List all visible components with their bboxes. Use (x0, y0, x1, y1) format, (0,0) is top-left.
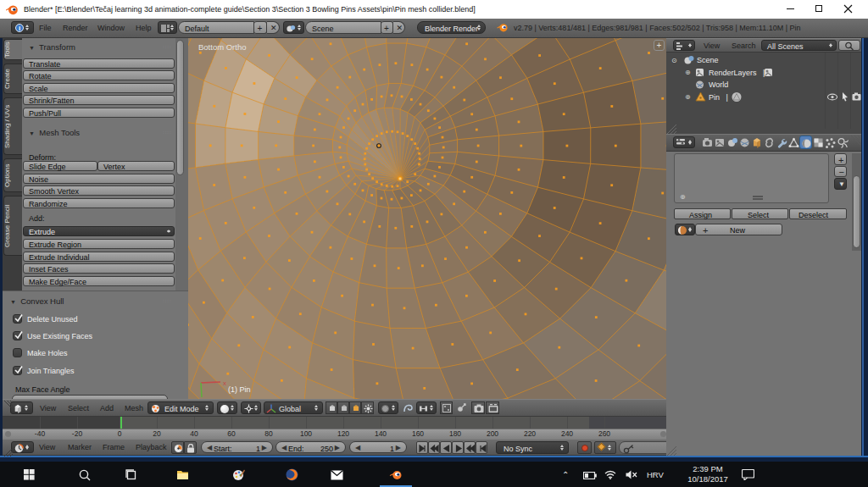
svg-text:x: x (223, 379, 226, 387)
